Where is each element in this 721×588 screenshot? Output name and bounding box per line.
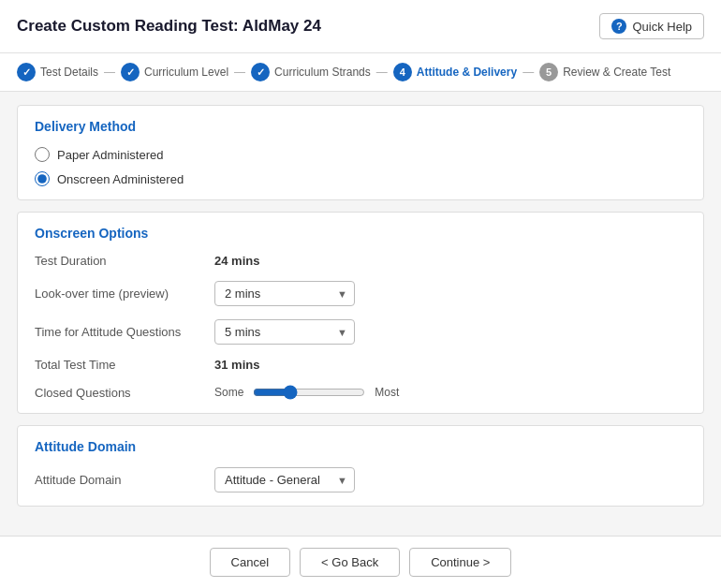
footer: Cancel < Go Back Continue > xyxy=(0,536,721,588)
step-4[interactable]: 4 Attitude & Delivery xyxy=(393,63,517,81)
attitude-domain-title: Attitude Domain xyxy=(35,439,686,454)
onscreen-label: Onscreen Administered xyxy=(57,172,184,186)
step-1-circle: ✓ xyxy=(17,63,36,81)
step-4-label: Attitude & Delivery xyxy=(417,66,517,79)
look-over-select-wrapper: 1 min 2 mins 3 mins 5 mins ▼ xyxy=(214,281,355,306)
onscreen-radio[interactable] xyxy=(35,171,50,186)
attitude-domain-select[interactable]: Attitude - General Attitude - Reading At… xyxy=(214,467,355,492)
slider-container: Some Most xyxy=(214,385,399,400)
attitude-domain-row: Attitude Domain Attitude - General Attit… xyxy=(35,467,686,492)
slider-max-label: Most xyxy=(375,386,399,399)
step-2-circle: ✓ xyxy=(121,63,140,81)
main-container: Create Custom Reading Test: AldMay 24 ? … xyxy=(0,0,721,588)
step-separator-1: — xyxy=(104,66,115,79)
header: Create Custom Reading Test: AldMay 24 ? … xyxy=(0,0,721,53)
step-1-label: Test Details xyxy=(40,66,98,79)
look-over-label: Look-over time (preview) xyxy=(35,287,203,301)
attitude-domain-select-wrapper: Attitude - General Attitude - Reading At… xyxy=(214,467,355,492)
go-back-button[interactable]: < Go Back xyxy=(300,548,400,577)
step-1[interactable]: ✓ Test Details xyxy=(17,63,98,81)
slider-min-label: Some xyxy=(214,386,243,399)
options-grid: Test Duration 24 mins Look-over time (pr… xyxy=(35,254,686,400)
test-duration-value: 24 mins xyxy=(214,254,259,268)
total-time-label: Total Test Time xyxy=(35,358,203,372)
test-duration-label: Test Duration xyxy=(35,254,203,268)
content-area: Delivery Method Paper Administered Onscr… xyxy=(0,92,721,536)
quick-help-button[interactable]: ? Quick Help xyxy=(599,13,704,39)
test-duration-row: Test Duration 24 mins xyxy=(35,254,686,268)
continue-label: Continue > xyxy=(431,555,490,569)
onscreen-options-title: Onscreen Options xyxy=(35,226,686,241)
step-5-label: Review & Create Test xyxy=(563,66,670,79)
delivery-method-card: Delivery Method Paper Administered Onscr… xyxy=(17,105,704,200)
quick-help-label: Quick Help xyxy=(632,20,692,34)
total-time-value: 31 mins xyxy=(214,358,259,372)
closed-questions-row: Closed Questions Some Most xyxy=(35,385,686,400)
cancel-button[interactable]: Cancel xyxy=(210,548,290,577)
step-5[interactable]: 5 Review & Create Test xyxy=(539,63,670,81)
onscreen-options-card: Onscreen Options Test Duration 24 mins L… xyxy=(17,212,704,414)
total-test-time-row: Total Test Time 31 mins xyxy=(35,358,686,372)
step-separator-2: — xyxy=(234,66,245,79)
attitude-domain-card: Attitude Domain Attitude Domain Attitude… xyxy=(17,425,704,507)
step-4-circle: 4 xyxy=(393,63,412,81)
steps-navigation: ✓ Test Details — ✓ Curriculum Level — ✓ … xyxy=(0,53,721,92)
attitude-time-label: Time for Attitude Questions xyxy=(35,325,203,339)
delivery-method-radio-group: Paper Administered Onscreen Administered xyxy=(35,147,686,186)
paper-administered-option[interactable]: Paper Administered xyxy=(35,147,686,162)
page-title: Create Custom Reading Test: AldMay 24 xyxy=(17,17,321,36)
attitude-time-row: Time for Attitude Questions 3 mins 5 min… xyxy=(35,319,686,345)
paper-radio[interactable] xyxy=(35,147,50,162)
continue-button[interactable]: Continue > xyxy=(409,548,511,577)
question-icon: ? xyxy=(611,19,626,34)
step-3-label: Curriculum Strands xyxy=(274,66,371,79)
attitude-time-select-wrapper: 3 mins 5 mins 7 mins 10 mins ▼ xyxy=(214,319,355,345)
closed-questions-label: Closed Questions xyxy=(35,386,203,400)
step-2-label: Curriculum Level xyxy=(144,66,228,79)
look-over-time-row: Look-over time (preview) 1 min 2 mins 3 … xyxy=(35,281,686,306)
go-back-label: < Go Back xyxy=(321,555,378,569)
step-2[interactable]: ✓ Curriculum Level xyxy=(121,63,228,81)
attitude-domain-label: Attitude Domain xyxy=(35,473,203,487)
look-over-select[interactable]: 1 min 2 mins 3 mins 5 mins xyxy=(214,281,355,306)
delivery-method-title: Delivery Method xyxy=(35,119,686,134)
step-5-circle: 5 xyxy=(539,63,558,81)
paper-label: Paper Administered xyxy=(57,148,163,162)
onscreen-administered-option[interactable]: Onscreen Administered xyxy=(35,171,686,186)
step-separator-4: — xyxy=(522,66,534,79)
step-3[interactable]: ✓ Curriculum Strands xyxy=(251,63,371,81)
step-3-circle: ✓ xyxy=(251,63,270,81)
attitude-time-select[interactable]: 3 mins 5 mins 7 mins 10 mins xyxy=(214,319,355,345)
cancel-label: Cancel xyxy=(231,555,269,569)
step-separator-3: — xyxy=(376,66,388,79)
closed-questions-slider[interactable] xyxy=(253,385,365,400)
